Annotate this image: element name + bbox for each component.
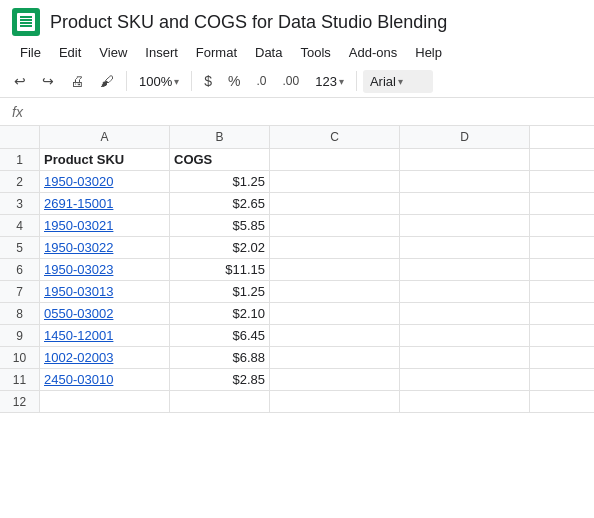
cell-a-4[interactable]: 1950-03021 [40,215,170,236]
cell-a-10[interactable]: 1002-02003 [40,347,170,368]
cell-d-12[interactable] [400,391,530,412]
menu-item-help[interactable]: Help [407,42,450,63]
menu-item-file[interactable]: File [12,42,49,63]
cell-d-6[interactable] [400,259,530,280]
table-row: 80550-03002$2.10 [0,303,594,325]
cell-b-8[interactable]: $2.10 [170,303,270,324]
cell-b-2[interactable]: $1.25 [170,171,270,192]
cell-c-6[interactable] [270,259,400,280]
cell-c-5[interactable] [270,237,400,258]
cell-a-11[interactable]: 2450-03010 [40,369,170,390]
cell-c-1[interactable] [270,149,400,170]
menu-item-add-ons[interactable]: Add-ons [341,42,405,63]
formula-bar: fx [0,98,594,126]
cell-a-1[interactable]: Product SKU [40,149,170,170]
table-row: 41950-03021$5.85 [0,215,594,237]
menu-item-view[interactable]: View [91,42,135,63]
cell-b-5[interactable]: $2.02 [170,237,270,258]
cell-d-8[interactable] [400,303,530,324]
toolbar-separator-2 [191,71,192,91]
row-number: 9 [0,325,40,346]
column-headers: ABCD [0,126,594,149]
col-header-a: A [40,126,170,148]
cell-d-7[interactable] [400,281,530,302]
cell-b-3[interactable]: $2.65 [170,193,270,214]
col-header-c: C [270,126,400,148]
cell-b-1[interactable]: COGS [170,149,270,170]
cell-c-10[interactable] [270,347,400,368]
cell-a-2[interactable]: 1950-03020 [40,171,170,192]
cell-d-1[interactable] [400,149,530,170]
toolbar: ↩ ↪ 🖨 🖌 100% ▾ $ % .0 .00 123 ▾ Arial ▾ [0,65,594,98]
zoom-selector[interactable]: 100% ▾ [133,71,185,92]
cell-c-8[interactable] [270,303,400,324]
cell-b-9[interactable]: $6.45 [170,325,270,346]
formula-input[interactable] [35,104,586,119]
title-bar: Product SKU and COGS for Data Studio Ble… [0,0,594,40]
row-number: 7 [0,281,40,302]
menu-item-insert[interactable]: Insert [137,42,186,63]
cell-c-2[interactable] [270,171,400,192]
cell-d-10[interactable] [400,347,530,368]
cell-c-3[interactable] [270,193,400,214]
percent-button[interactable]: % [222,69,246,93]
cell-b-10[interactable]: $6.88 [170,347,270,368]
row-num-header [0,126,40,148]
cell-a-7[interactable]: 1950-03013 [40,281,170,302]
cell-d-11[interactable] [400,369,530,390]
table-row: 1Product SKUCOGS [0,149,594,171]
toolbar-separator-1 [126,71,127,91]
table-row: 71950-03013$1.25 [0,281,594,303]
cell-a-6[interactable]: 1950-03023 [40,259,170,280]
table-row: 91450-12001$6.45 [0,325,594,347]
menu-item-edit[interactable]: Edit [51,42,89,63]
decimal-less-button[interactable]: .0 [251,70,273,92]
menu-item-format[interactable]: Format [188,42,245,63]
cell-d-5[interactable] [400,237,530,258]
cell-b-4[interactable]: $5.85 [170,215,270,236]
cell-c-4[interactable] [270,215,400,236]
cell-b-7[interactable]: $1.25 [170,281,270,302]
row-number: 6 [0,259,40,280]
formula-icon: fx [8,104,27,120]
font-name: Arial [370,74,396,89]
cell-b-6[interactable]: $11.15 [170,259,270,280]
col-header-b: B [170,126,270,148]
cell-a-12[interactable] [40,391,170,412]
print-button[interactable]: 🖨 [64,69,90,93]
cell-b-11[interactable]: $2.85 [170,369,270,390]
row-number: 8 [0,303,40,324]
cell-d-9[interactable] [400,325,530,346]
cell-d-3[interactable] [400,193,530,214]
sheets-icon [12,8,40,36]
cell-b-12[interactable] [170,391,270,412]
cell-a-9[interactable]: 1450-12001 [40,325,170,346]
row-number: 4 [0,215,40,236]
cell-c-12[interactable] [270,391,400,412]
currency-button[interactable]: $ [198,69,218,93]
undo-button[interactable]: ↩ [8,69,32,93]
paint-format-button[interactable]: 🖌 [94,69,120,93]
row-number: 5 [0,237,40,258]
cell-a-8[interactable]: 0550-03002 [40,303,170,324]
redo-button[interactable]: ↪ [36,69,60,93]
row-number: 11 [0,369,40,390]
font-selector[interactable]: Arial ▾ [363,70,433,93]
cell-a-3[interactable]: 2691-15001 [40,193,170,214]
number-format-selector[interactable]: 123 ▾ [309,71,350,92]
cell-c-9[interactable] [270,325,400,346]
row-number: 12 [0,391,40,412]
cell-a-5[interactable]: 1950-03022 [40,237,170,258]
row-number: 10 [0,347,40,368]
cell-c-11[interactable] [270,369,400,390]
cell-d-4[interactable] [400,215,530,236]
menu-bar: FileEditViewInsertFormatDataToolsAdd-ons… [0,40,594,65]
decimal-more-button[interactable]: .00 [277,70,306,92]
cell-d-2[interactable] [400,171,530,192]
menu-item-data[interactable]: Data [247,42,290,63]
cell-c-7[interactable] [270,281,400,302]
menu-item-tools[interactable]: Tools [292,42,338,63]
table-row: 101002-02003$6.88 [0,347,594,369]
toolbar-separator-3 [356,71,357,91]
number-format-chevron: ▾ [339,76,344,87]
